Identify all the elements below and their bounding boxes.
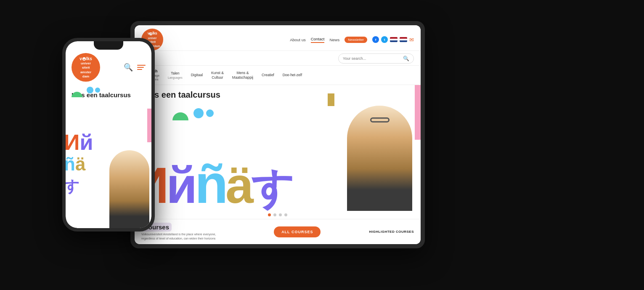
flag-icon-en[interactable] xyxy=(390,37,398,42)
nav-doe-het-zelf[interactable]: Doe-het-zelf xyxy=(278,69,306,81)
all-courses-button[interactable]: ALL COURSES xyxy=(274,226,321,237)
tablet-search-icon[interactable]: 🔍 xyxy=(403,56,409,61)
courses-title: Courses xyxy=(141,223,225,231)
nav-talen[interactable]: Talen Languages xyxy=(164,68,187,83)
tablet-nav-links: About us Contact News Newsletter xyxy=(290,37,367,43)
phone-screen: v●lks univer siteit amster dam 🔍 xyxy=(66,41,151,228)
tablet-topnav: About us Contact News Newsletter f t ✉ xyxy=(290,36,414,43)
hero-pink-bar xyxy=(415,85,421,140)
nav-creatief[interactable]: Creatief xyxy=(257,69,278,81)
carousel-dot-2[interactable] xyxy=(273,213,276,216)
hero-blue-circle1 xyxy=(193,108,204,118)
phone-icons: 🔍 xyxy=(124,63,146,72)
tablet-device: v●lks univer siteit amsterdam About us C… xyxy=(130,21,425,248)
phone-person xyxy=(109,150,149,228)
hero-green-half xyxy=(172,112,188,120)
hero-bg-letters: Ийñäす xyxy=(135,160,292,209)
phone-hamburger-icon[interactable] xyxy=(137,65,146,70)
carousel-dot-4[interactable] xyxy=(284,213,287,216)
news-link[interactable]: News xyxy=(329,37,339,42)
nav-kunst[interactable]: Kunst &Cultuur xyxy=(207,67,228,83)
tablet-hero: Kies een taalcursus Ийñäす xyxy=(135,85,421,211)
tablet-search-box: 🔍 xyxy=(338,53,414,64)
twitter-icon[interactable]: t xyxy=(381,36,388,43)
carousel-dots xyxy=(135,211,421,219)
newsletter-button[interactable]: Newsletter xyxy=(345,37,367,43)
nav-mens[interactable]: Mens &Maatschappij xyxy=(228,67,257,83)
deco-blue-dot2 xyxy=(95,88,100,93)
about-link[interactable]: About us xyxy=(290,37,306,42)
phone-device: v●lks univer siteit amster dam 🔍 xyxy=(62,38,155,231)
phone-bg-letters: Ий ñä す xyxy=(66,132,93,194)
tablet-search-area: 🔍 xyxy=(135,51,421,65)
phone-pink-bar xyxy=(147,109,151,142)
deco-blue-dot1 xyxy=(87,87,93,93)
courses-desc: Volksuniversiteit Amstelland is the plac… xyxy=(141,232,225,241)
courses-section: Courses Volksuniversiteit Amstelland is … xyxy=(141,223,225,241)
phone-search-icon[interactable]: 🔍 xyxy=(124,63,133,72)
tablet-courses-strip: Courses Volksuniversiteit Amstelland is … xyxy=(135,219,421,244)
hero-gold-rect xyxy=(328,93,334,106)
tablet-screen: v●lks univer siteit amsterdam About us C… xyxy=(135,25,421,244)
tablet-nav-menu: Dutch LanguageCourses Talen Languages Di… xyxy=(135,65,421,85)
contact-link[interactable]: Contact xyxy=(311,37,325,43)
tablet-topbar: v●lks univer siteit amsterdam About us C… xyxy=(135,25,421,51)
tablet-search-input[interactable] xyxy=(343,56,400,61)
carousel-dot-1[interactable] xyxy=(268,213,271,216)
email-icon[interactable]: ✉ xyxy=(409,37,414,43)
carousel-dot-3[interactable] xyxy=(279,213,282,216)
phone-logo: v●lks univer siteit amster dam xyxy=(72,53,100,82)
nav-digitaal[interactable]: Digitaal xyxy=(187,69,207,81)
phone-notch xyxy=(94,41,123,50)
tablet-social-icons: f t ✉ xyxy=(372,36,414,43)
highlighted-courses: HIGHLIGHTED COURSES xyxy=(369,230,414,234)
facebook-icon[interactable]: f xyxy=(372,36,379,43)
flag-icon-nl[interactable] xyxy=(400,37,407,42)
hero-blue-circle2 xyxy=(206,109,214,117)
stage: v●lks univer siteit amster dam 🔍 xyxy=(0,0,644,290)
hero-person xyxy=(347,106,412,211)
